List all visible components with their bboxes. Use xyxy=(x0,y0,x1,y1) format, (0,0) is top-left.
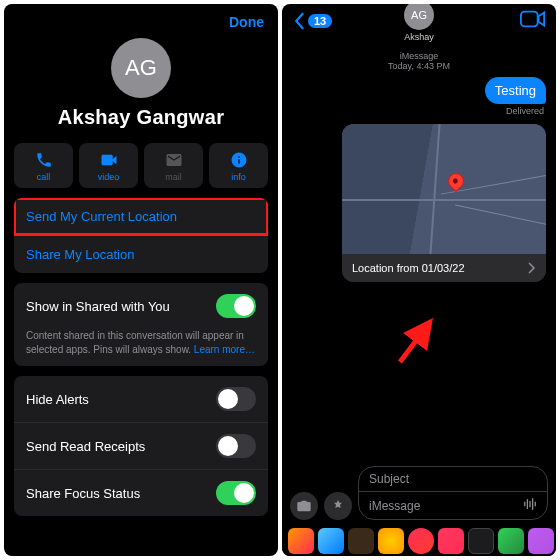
mail-label: mail xyxy=(165,172,182,182)
back-button[interactable]: 13 xyxy=(292,12,332,30)
hide-alerts-row[interactable]: Hide Alerts xyxy=(14,376,268,422)
chat-header: 13 AG Akshay xyxy=(282,4,556,33)
done-button[interactable]: Done xyxy=(229,14,264,30)
app-icon[interactable] xyxy=(378,528,404,554)
chat-contact-name: Akshay xyxy=(404,32,434,42)
camera-button[interactable] xyxy=(290,492,318,520)
appstore-icon xyxy=(330,498,346,514)
video-button[interactable]: video xyxy=(79,143,138,188)
call-button[interactable]: call xyxy=(14,143,73,188)
app-icon[interactable] xyxy=(438,528,464,554)
hide-alerts-toggle[interactable] xyxy=(216,387,256,411)
location-attachment[interactable]: Location from 01/03/22 xyxy=(342,124,546,282)
unread-badge: 13 xyxy=(308,14,332,28)
avatar[interactable]: AG xyxy=(111,38,171,98)
shared-with-you-description: Content shared in this conversation will… xyxy=(14,329,268,366)
app-store-button[interactable] xyxy=(324,492,352,520)
location-label-row[interactable]: Location from 01/03/22 xyxy=(342,254,546,282)
notification-settings-group: Hide Alerts Send Read Receipts Share Foc… xyxy=(14,376,268,516)
focus-status-toggle[interactable] xyxy=(216,481,256,505)
hide-alerts-label: Hide Alerts xyxy=(26,392,89,407)
messages-conversation-screen: 13 AG Akshay iMessage Today, 4:43 PM Tes… xyxy=(282,4,556,556)
learn-more-link[interactable]: Learn more… xyxy=(194,344,255,355)
focus-status-label: Share Focus Status xyxy=(26,486,140,501)
contact-name: Akshay Gangwar xyxy=(58,106,225,129)
app-icon[interactable] xyxy=(498,528,524,554)
chevron-right-icon xyxy=(528,262,536,274)
imessage-app-drawer[interactable] xyxy=(282,526,556,556)
annotation-arrow xyxy=(392,314,442,364)
info-button[interactable]: info xyxy=(209,143,268,188)
header-row: Done xyxy=(4,4,278,34)
compose-input-group: Subject iMessage xyxy=(358,466,548,520)
send-current-location-button[interactable]: Send My Current Location xyxy=(14,198,268,235)
chat-title-area[interactable]: AG Akshay xyxy=(404,4,434,42)
app-icon[interactable] xyxy=(288,528,314,554)
app-icon[interactable] xyxy=(468,528,494,554)
shared-with-you-group: Show in Shared with You Content shared i… xyxy=(14,283,268,366)
delivery-status: Delivered xyxy=(282,104,556,120)
read-receipts-row[interactable]: Send Read Receipts xyxy=(14,422,268,469)
app-icon[interactable] xyxy=(348,528,374,554)
phone-icon xyxy=(35,151,53,169)
app-icon[interactable] xyxy=(408,528,434,554)
contact-detail-screen: Done AG Akshay Gangwar call video mail i… xyxy=(4,4,278,556)
compose-bar: Subject iMessage xyxy=(282,462,556,524)
read-receipts-label: Send Read Receipts xyxy=(26,439,145,454)
quick-actions: call video mail info xyxy=(4,129,278,198)
call-label: call xyxy=(37,172,51,182)
read-receipts-toggle[interactable] xyxy=(216,434,256,458)
svg-rect-0 xyxy=(521,12,538,27)
info-label: info xyxy=(231,172,246,182)
video-label: video xyxy=(98,172,120,182)
location-actions-group: Send My Current Location Share My Locati… xyxy=(14,198,268,273)
subject-input[interactable]: Subject xyxy=(359,467,547,492)
message-input[interactable]: iMessage xyxy=(369,499,420,513)
camera-icon xyxy=(296,498,312,514)
shared-with-you-label: Show in Shared with You xyxy=(26,299,170,314)
focus-status-row[interactable]: Share Focus Status xyxy=(14,469,268,516)
video-icon xyxy=(100,151,118,169)
message-bubble[interactable]: Testing xyxy=(485,77,546,104)
contact-header: AG Akshay Gangwar xyxy=(4,38,278,129)
waveform-icon xyxy=(523,497,537,511)
facetime-button[interactable] xyxy=(520,10,546,31)
outgoing-message-row: Testing xyxy=(282,71,556,104)
info-icon xyxy=(230,151,248,169)
chat-avatar: AG xyxy=(404,4,434,30)
chevron-left-icon xyxy=(292,12,306,30)
mail-icon xyxy=(165,151,183,169)
shared-with-you-toggle[interactable] xyxy=(216,294,256,318)
map-preview xyxy=(342,124,546,254)
dictation-button[interactable] xyxy=(523,497,537,514)
app-icon[interactable] xyxy=(318,528,344,554)
mail-button[interactable]: mail xyxy=(144,143,203,188)
location-date-label: Location from 01/03/22 xyxy=(352,262,465,274)
app-icon[interactable] xyxy=(528,528,554,554)
video-icon xyxy=(520,10,546,28)
share-my-location-button[interactable]: Share My Location xyxy=(14,235,268,273)
thread-timestamp: iMessage Today, 4:43 PM xyxy=(282,51,556,71)
shared-with-you-row[interactable]: Show in Shared with You xyxy=(14,283,268,329)
